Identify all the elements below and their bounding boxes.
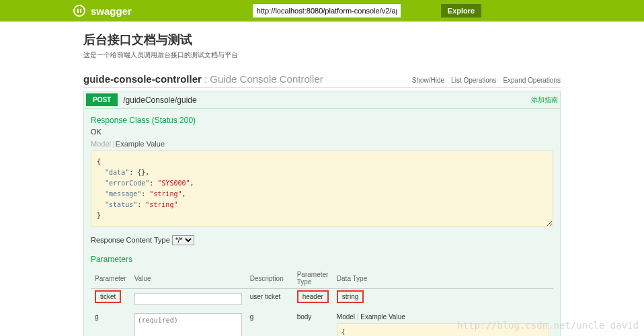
watermark: http://blog.csdn.net/uncle_david <box>457 320 639 331</box>
g-desc: g <box>246 309 293 336</box>
col-description: Description <box>246 268 293 289</box>
g-value-textarea[interactable] <box>134 313 242 336</box>
g-ptype: body <box>293 309 333 336</box>
http-method-badge: POST <box>86 93 118 106</box>
ticket-dtype: string <box>337 290 364 303</box>
response-content-type-label: Response Content Type <box>91 236 170 244</box>
expand-ops-link[interactable]: Expand Operations <box>503 77 561 84</box>
param-name-g: g <box>91 309 130 336</box>
ticket-value-input[interactable] <box>134 293 242 305</box>
response-ok: OK <box>91 128 553 136</box>
api-header: guide-console-controller : Guide Console… <box>83 73 561 88</box>
param-name-ticket: ticket <box>95 290 121 303</box>
op-action-link[interactable]: 添加指南 <box>531 95 558 105</box>
col-data-type: Data Type <box>333 268 553 289</box>
tab-example-value[interactable]: Example Value <box>116 140 165 148</box>
col-value: Value <box>130 268 246 289</box>
tab-example-value[interactable]: Example Value <box>360 313 405 321</box>
tab-model[interactable]: Model <box>337 313 355 321</box>
controller-name[interactable]: guide-console-controller <box>83 73 202 85</box>
page-title: 后台接口文档与测试 <box>83 32 561 48</box>
ticket-ptype: header <box>297 290 329 303</box>
controller-desc: : Guide Console Controller <box>202 73 323 85</box>
table-row: ticket user ticket header string <box>91 289 553 310</box>
col-parameter: Parameter <box>91 268 130 289</box>
explore-button[interactable]: Explore <box>441 4 481 17</box>
swagger-logo: swagger <box>73 5 132 17</box>
col-param-type: Parameter Type <box>293 268 333 289</box>
show-hide-link[interactable]: Show/Hide <box>412 77 444 84</box>
swagger-icon <box>73 5 85 17</box>
response-class-heading: Response Class (Status 200) <box>91 116 553 125</box>
header-bar: swagger Explore <box>0 0 644 22</box>
response-content-type-select[interactable]: */* <box>172 235 194 245</box>
api-url-input[interactable] <box>253 4 401 17</box>
parameters-heading: Parameters <box>91 255 553 264</box>
op-path: /guideConsole/guide <box>123 95 196 105</box>
list-ops-link[interactable]: List Operations <box>451 77 496 84</box>
ticket-desc: user ticket <box>246 289 293 310</box>
page-desc: 这是一个给前端人员调用后台接口的测试文档与平台 <box>83 50 561 60</box>
operation-body: Response Class (Status 200) OK Model|Exa… <box>83 109 561 336</box>
response-example-box[interactable]: { "data": {}, "errorCode": "SYS000", "me… <box>91 151 553 227</box>
operation-row[interactable]: POST /guideConsole/guide 添加指南 <box>83 91 561 109</box>
brand-text: swagger <box>91 5 132 17</box>
tab-model[interactable]: Model <box>91 140 111 148</box>
